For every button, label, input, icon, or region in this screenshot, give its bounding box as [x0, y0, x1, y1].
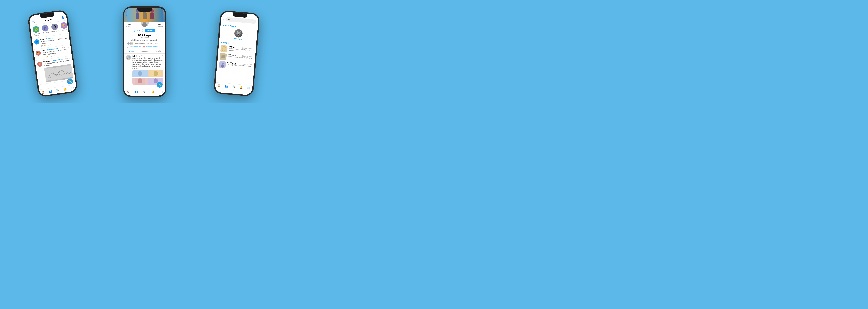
nav-search[interactable]: 🔍: [56, 88, 60, 92]
group-item-designer[interactable]: 🎨 Designer: [60, 22, 69, 33]
follow-button[interactable]: Follow: [145, 29, 155, 32]
explore-group-bts-news[interactable]: BTS News 16,480 members This is the prim…: [220, 53, 253, 62]
back-button[interactable]: ‹: [126, 13, 127, 17]
group-stats-row: 36 Members 800: [124, 22, 165, 28]
reply-action-2[interactable]: 💬: [42, 56, 44, 58]
tweet-kerry-time: · 30m: [61, 47, 65, 49]
share-action-2[interactable]: ↑: [54, 55, 55, 56]
followed-by-row: Followed by janice, Karen, and 5 others: [124, 42, 165, 45]
group-tweet: 🎵 Sal @fangorl1 · 1m ∨ Here are some edi…: [124, 54, 165, 86]
tab-tweets[interactable]: Tweets: [124, 49, 138, 53]
grid-img-1: [132, 70, 148, 77]
svg-point-16: [154, 71, 158, 76]
tab-retweets[interactable]: Retweets: [138, 49, 151, 53]
retweet-action-2[interactable]: 🔁: [46, 56, 48, 57]
bts-peeps-info: BTS Peeps 100 members Fledging BTS page …: [227, 62, 252, 67]
back-button-p3[interactable]: ‹: [223, 18, 224, 20]
phone1-screen: 🔍 Groups 👤 🐸 K's Private Rants 🎵 BTS Fan…: [29, 11, 77, 96]
tweet-sal-meta: Sal @fangorl1 · 1m ∨: [132, 55, 163, 57]
followers-count: 800: [158, 23, 161, 25]
explore-group-bts-peeps[interactable]: BTS Peeps 100 members Fledging BTS page …: [219, 61, 252, 70]
group-label-cornell: Cornell Mems: [51, 30, 59, 32]
share-action[interactable]: ↑: [53, 44, 53, 45]
group-desc: Fledging BTS page for different edits: [124, 38, 165, 42]
nav-groups[interactable]: 👥: [49, 89, 52, 93]
follower-avatar-3: [131, 42, 133, 45]
tweet-sharon-time: · 29m: [58, 36, 61, 38]
tweet-sharon-body: sharon › BTSFans · 29m ∨ Yo I'm just her…: [40, 35, 68, 47]
phone2-notch: [137, 8, 152, 11]
nav-home-p2[interactable]: 🏠: [127, 90, 130, 93]
nav-search-p3[interactable]: 🔍: [232, 85, 235, 88]
grid-img-3: [132, 78, 148, 85]
group-item-bts[interactable]: 🎵 BTS Fans: [41, 24, 50, 35]
retweet-action[interactable]: 🔁: [44, 45, 46, 46]
tweet-sal-time: · 1m: [143, 55, 146, 57]
bts-world-avatar: [220, 45, 227, 52]
tweet-expand-icon[interactable]: ∨: [162, 55, 163, 57]
nav-groups-p3[interactable]: 👥: [225, 85, 228, 87]
like-action[interactable]: ♡ 30: [48, 44, 51, 46]
phone-1: 🔍 Groups 👤 🐸 K's Private Rants 🎵 BTS Fan…: [27, 9, 78, 97]
search-icon[interactable]: 🔍: [31, 20, 35, 24]
group-avatar-k: 🐸: [32, 26, 40, 33]
phone2-bottom-nav: 🏠 👥 🔍 🔔 ✉️: [124, 89, 165, 95]
joined-meta: 📅 Joined November 2016: [143, 46, 161, 48]
tweet-sal-handle: @fangorl1: [135, 55, 142, 57]
nav-messages-p3[interactable]: ✉️: [247, 87, 250, 89]
group-avatar-designer: 🎨: [60, 22, 68, 29]
nav-notifications[interactable]: 🔔: [63, 87, 67, 91]
nav-groups-p2[interactable]: 👥: [135, 90, 138, 93]
bts-label: BTS- 1/2: [132, 68, 163, 69]
calendar-icon: 📅: [143, 46, 145, 48]
explore-group-bts-world[interactable]: BTS World 100,000 members Only fans allo…: [220, 45, 254, 55]
nav-home[interactable]: 🏠: [41, 90, 45, 94]
nav-messages[interactable]: ✉️: [71, 86, 74, 90]
followed-by-text: Followed by janice, Karen, and 5 others: [134, 43, 159, 44]
members-count: 36: [128, 23, 130, 25]
tweet-kerry-body: kerry › K's Private Rants · 30m ∨ I have…: [41, 46, 70, 58]
group-avatar-cornell: 🏛: [51, 23, 58, 30]
svg-rect-5: [135, 13, 139, 19]
nav-messages-p2[interactable]: ✉️: [159, 90, 162, 93]
members-stat: 36 Members: [126, 23, 132, 27]
svg-point-18: [138, 78, 142, 84]
expand-icon[interactable]: ∨: [66, 35, 67, 37]
nav-home-p3[interactable]: 🏠: [217, 84, 220, 87]
group-name: BTS Peeps: [124, 34, 165, 37]
your-group-avatar: 🐺: [234, 29, 243, 38]
tab-media[interactable]: Media: [152, 49, 165, 53]
website-meta[interactable]: 🔗 somewebsite.com: [127, 46, 141, 48]
tweet-avatar-sal: 🎵: [126, 55, 131, 60]
svg-rect-7: [143, 12, 147, 19]
nav-notifications-p2[interactable]: 🔔: [151, 90, 154, 93]
joined-text: Joined November 2016: [146, 46, 161, 48]
phone1-title: Groups: [43, 18, 52, 22]
join-button[interactable]: Join: [134, 29, 143, 32]
group-label-k: K's Private Rants: [33, 33, 41, 37]
profile-tabs: Tweets Retweets Media: [124, 49, 165, 54]
group-item-k-private[interactable]: 🐸 K's Private Rants: [32, 26, 41, 36]
like-action-2[interactable]: ♡ 49: [50, 55, 53, 57]
group-label-designer: Designer: [62, 29, 67, 31]
your-group-name: BTS Fans: [234, 38, 242, 40]
tweet-body-sal: Sal @fangorl1 · 1m ∨ Here are some edits…: [132, 55, 163, 85]
avatar-sharon: 💙: [34, 39, 40, 45]
your-group-bts-fans[interactable]: 🐺 BTS Fans: [221, 28, 255, 41]
phone-2: ‹: [123, 6, 166, 97]
scene: 🔍 Groups 👤 🐸 K's Private Rants 🎵 BTS Fan…: [0, 0, 289, 103]
tweet-kerry-art-time: · 20m: [65, 58, 68, 59]
search-bar-p3[interactable]: bts: [225, 17, 256, 24]
expand-icon-3[interactable]: ∨: [69, 57, 70, 59]
tweet-sharon-user: sharon: [40, 38, 45, 40]
group-item-cornell[interactable]: 🏛 Cornell Mems: [50, 23, 60, 34]
profile-icon[interactable]: 👤: [61, 16, 65, 19]
compose-fab-p2[interactable]: ✏️: [157, 82, 162, 88]
bts-news-avatar: [220, 53, 227, 60]
tweet-sal-user: Sal: [132, 55, 135, 57]
nav-search-p2[interactable]: 🔍: [143, 90, 146, 93]
expand-icon-2[interactable]: ∨: [68, 46, 69, 48]
search-value: bts: [228, 18, 230, 20]
reply-action[interactable]: 💬: [41, 45, 43, 47]
nav-notifications-p3[interactable]: 🔔: [240, 86, 243, 89]
